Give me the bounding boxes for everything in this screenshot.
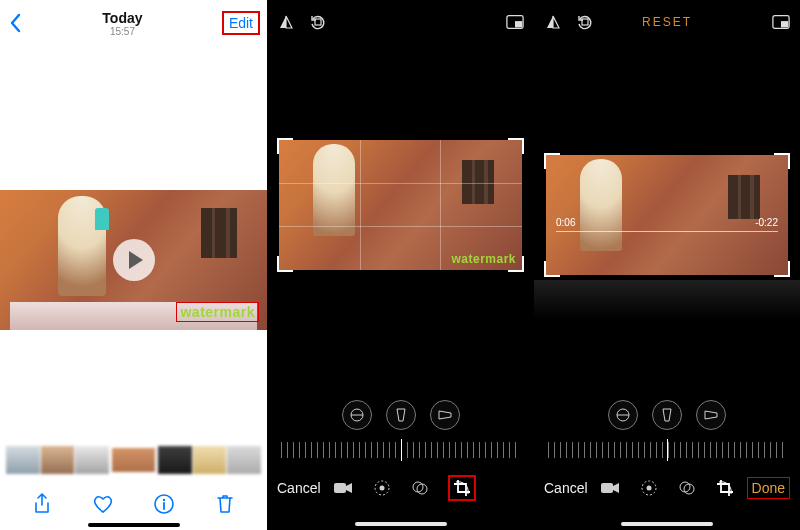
video-time-row: 0:06 -0:22 bbox=[556, 217, 778, 228]
crop-mode-button[interactable] bbox=[449, 476, 475, 500]
thumb[interactable] bbox=[193, 446, 227, 474]
thumb-current[interactable] bbox=[110, 446, 157, 474]
nav-title-group: Today 15:57 bbox=[22, 10, 223, 37]
cancel-button[interactable]: Cancel bbox=[277, 480, 321, 496]
scene-window bbox=[201, 208, 237, 258]
svg-rect-4 bbox=[515, 21, 522, 27]
adjust-mode-button[interactable] bbox=[640, 479, 658, 497]
cancel-button[interactable]: Cancel bbox=[544, 480, 588, 496]
nav-subtitle: 15:57 bbox=[22, 26, 223, 37]
reflection bbox=[534, 280, 800, 320]
thumbnail-scrubber[interactable] bbox=[6, 446, 261, 474]
reset-button[interactable]: RESET bbox=[544, 15, 790, 29]
video-preview[interactable]: watermark bbox=[0, 190, 267, 330]
thumb[interactable] bbox=[75, 446, 109, 474]
crop-mode-button[interactable] bbox=[716, 479, 734, 497]
vertical-perspective-icon bbox=[659, 407, 675, 423]
adjust-icon bbox=[373, 479, 391, 497]
crop-grid bbox=[279, 140, 522, 270]
svg-rect-15 bbox=[601, 483, 613, 493]
horizontal-perspective-icon bbox=[437, 407, 453, 423]
vertical-perspective-button[interactable] bbox=[652, 400, 682, 430]
adjust-icon bbox=[640, 479, 658, 497]
watermark-label: watermark bbox=[176, 302, 259, 322]
crop-handle-bl[interactable] bbox=[277, 256, 293, 272]
thumb[interactable] bbox=[158, 446, 192, 474]
svg-point-8 bbox=[380, 486, 385, 491]
crop-icon bbox=[453, 479, 471, 497]
geometry-adjust-row bbox=[534, 400, 800, 430]
info-icon bbox=[153, 493, 175, 515]
flip-vertical-button[interactable] bbox=[277, 13, 295, 31]
angle-slider[interactable] bbox=[281, 442, 520, 458]
editor-top-bar bbox=[277, 10, 524, 34]
share-button[interactable] bbox=[30, 492, 54, 516]
video-mode-button[interactable] bbox=[600, 481, 620, 495]
share-icon bbox=[32, 493, 52, 515]
horizontal-perspective-button[interactable] bbox=[430, 400, 460, 430]
favorite-button[interactable] bbox=[91, 492, 115, 516]
editor-top-bar: RESET bbox=[544, 10, 790, 34]
photos-viewer-panel: Today 15:57 Edit watermark bbox=[0, 0, 267, 530]
home-indicator[interactable] bbox=[621, 522, 713, 526]
scene-lamp bbox=[95, 208, 109, 230]
nav-bar: Today 15:57 Edit bbox=[0, 0, 267, 44]
video-scrubber[interactable] bbox=[556, 231, 778, 232]
home-indicator[interactable] bbox=[355, 522, 447, 526]
video-icon bbox=[333, 481, 353, 495]
time-remaining: -0:22 bbox=[755, 217, 778, 228]
angle-slider[interactable] bbox=[548, 442, 786, 458]
video-mode-button[interactable] bbox=[333, 481, 353, 495]
info-button[interactable] bbox=[152, 492, 176, 516]
rotate-icon bbox=[309, 13, 327, 31]
crop-frame[interactable]: watermark bbox=[279, 140, 522, 270]
straighten-button[interactable] bbox=[608, 400, 638, 430]
vertical-perspective-button[interactable] bbox=[386, 400, 416, 430]
nav-title: Today bbox=[22, 10, 223, 26]
crop-photo bbox=[546, 155, 788, 275]
thumb[interactable] bbox=[41, 446, 75, 474]
thumb[interactable] bbox=[227, 446, 261, 474]
crop-handle-tl[interactable] bbox=[277, 138, 293, 154]
straighten-button[interactable] bbox=[342, 400, 372, 430]
svg-point-17 bbox=[647, 486, 652, 491]
aspect-ratio-icon bbox=[506, 14, 524, 30]
svg-point-9 bbox=[413, 482, 423, 492]
svg-point-19 bbox=[684, 484, 694, 494]
crop-handle-tr[interactable] bbox=[508, 138, 524, 154]
crop-handle-tl[interactable] bbox=[544, 153, 560, 169]
chevron-left-icon bbox=[8, 13, 22, 33]
svg-rect-6 bbox=[334, 483, 346, 493]
filters-mode-button[interactable] bbox=[411, 479, 429, 497]
horizontal-perspective-button[interactable] bbox=[696, 400, 726, 430]
editor-bottom-bar: Cancel Done bbox=[534, 472, 800, 504]
straighten-icon bbox=[349, 407, 365, 423]
bottom-toolbar bbox=[0, 492, 267, 516]
trash-button[interactable] bbox=[213, 492, 237, 516]
edit-button[interactable]: Edit bbox=[223, 12, 259, 34]
crop-handle-tr[interactable] bbox=[774, 153, 790, 169]
svg-point-18 bbox=[680, 482, 690, 492]
svg-point-10 bbox=[417, 484, 427, 494]
edit-mode-tabs bbox=[333, 476, 475, 500]
crop-handle-br[interactable] bbox=[774, 261, 790, 277]
thumb[interactable] bbox=[6, 446, 40, 474]
time-elapsed: 0:06 bbox=[556, 217, 575, 228]
filters-icon bbox=[678, 479, 696, 497]
crop-handle-bl[interactable] bbox=[544, 261, 560, 277]
edit-mode-tabs bbox=[600, 479, 734, 497]
adjust-mode-button[interactable] bbox=[373, 479, 391, 497]
done-button[interactable]: Done bbox=[747, 477, 790, 499]
video-icon bbox=[600, 481, 620, 495]
aspect-ratio-button[interactable] bbox=[506, 13, 524, 31]
back-button[interactable] bbox=[8, 13, 22, 33]
trash-icon bbox=[215, 493, 235, 515]
crop-editor-done-panel: RESET 0:06 -0:22 Cancel Done bbox=[534, 0, 800, 530]
flip-vertical-icon bbox=[277, 13, 295, 31]
rotate-button[interactable] bbox=[309, 13, 327, 31]
play-button[interactable] bbox=[113, 239, 155, 281]
crop-frame[interactable]: 0:06 -0:22 bbox=[546, 155, 788, 275]
home-indicator[interactable] bbox=[88, 523, 180, 527]
watermark-label: watermark bbox=[451, 252, 516, 266]
filters-mode-button[interactable] bbox=[678, 479, 696, 497]
